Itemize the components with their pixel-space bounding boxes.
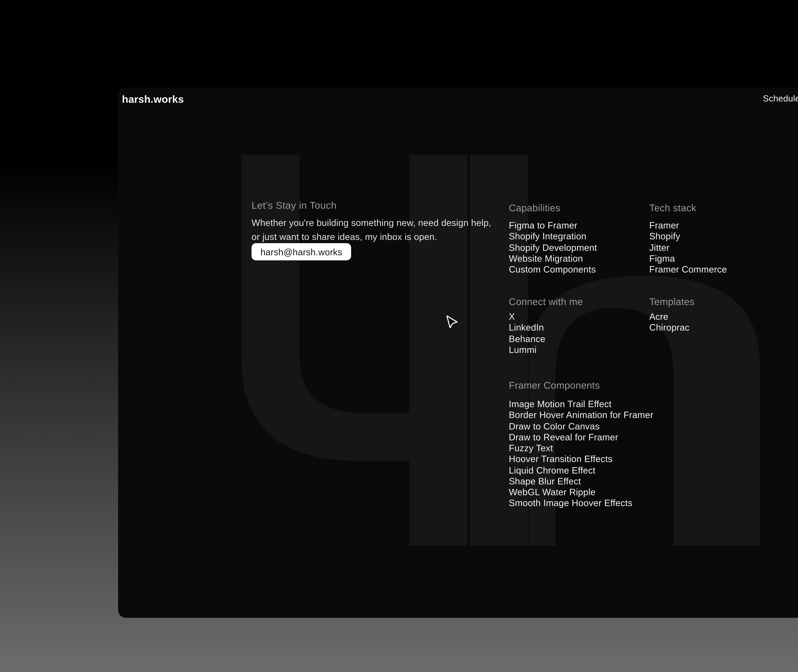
footer-link-item[interactable]: Fuzzy Text [509,443,654,454]
tech-stack-list: FramerShopifyJitterFigmaFramer Commerce [649,220,727,275]
tech-stack-title: Tech stack [649,202,696,213]
footer-link-item[interactable]: LinkedIn [509,323,545,334]
footer-link-item[interactable]: Shape Blur Effect [509,476,654,487]
footer-link-item[interactable]: Shopify Development [509,242,597,253]
contact-body: Whether you're building something new, n… [252,216,491,244]
footer-link-item[interactable]: Framer [649,220,727,231]
footer-link-item[interactable]: Behance [509,334,545,345]
footer-link-item[interactable]: Draw to Color Canvas [509,421,654,432]
footer-link-item[interactable]: Figma to Framer [509,220,597,231]
contact-body-line1: Whether you're building something new, n… [252,216,491,230]
footer-link-item[interactable]: Shopify Integration [509,231,597,242]
footer-link-item[interactable]: Acre [649,312,689,323]
footer-link-item[interactable]: Custom Components [509,264,597,275]
page-background: harsh.works Schedule a meet Start a Proj… [0,0,798,672]
contact-heading: Let’s Stay in Touch [252,200,337,211]
templates-title: Templates [649,296,695,307]
arrow-cursor [445,315,460,330]
footer-link-item[interactable]: Border Hover Animation for Framer [509,410,654,421]
footer-link-item[interactable]: Figma [649,253,727,264]
templates-list: AcreChiroprac [649,312,689,334]
footer-link-item[interactable]: X [509,312,545,323]
capabilities-title: Capabilities [509,202,561,213]
connect-title: Connect with me [509,296,583,307]
footer-link-item[interactable]: Liquid Chrome Effect [509,465,654,476]
email-button[interactable]: harsh@harsh.works [252,243,351,260]
footer-link-item[interactable]: Hoover Transition Effects [509,454,654,465]
brand-logo[interactable]: harsh.works [122,93,184,105]
footer-link-item[interactable]: Chiroprac [649,323,689,334]
framer-components-title: Framer Components [509,380,600,390]
footer-link-item[interactable]: Jitter [649,242,727,253]
footer-link-item[interactable]: Website Migration [509,253,597,264]
footer-link-item[interactable]: Smooth Image Hoover Effects [509,498,654,509]
footer-link-item[interactable]: Shopify [649,231,727,242]
capabilities-list: Figma to FramerShopify IntegrationShopif… [509,220,597,275]
footer-link-item[interactable]: Lummi [509,345,545,356]
contact-body-line2: or just want to share ideas, my inbox is… [252,230,491,244]
footer-card: harsh.works Schedule a meet Start a Proj… [118,88,798,618]
framer-components-list: Image Motion Trail EffectBorder Hover An… [509,399,654,509]
footer-link-item[interactable]: Draw to Reveal for Framer [509,432,654,443]
footer-link-item[interactable]: WebGL Water Ripple [509,487,654,498]
schedule-meet-link[interactable]: Schedule a meet [763,94,798,103]
footer-link-item[interactable]: Image Motion Trail Effect [509,399,654,410]
connect-list: XLinkedInBehanceLummi [509,312,545,356]
footer-link-item[interactable]: Framer Commerce [649,264,727,275]
background-brand-glyph [118,88,798,618]
